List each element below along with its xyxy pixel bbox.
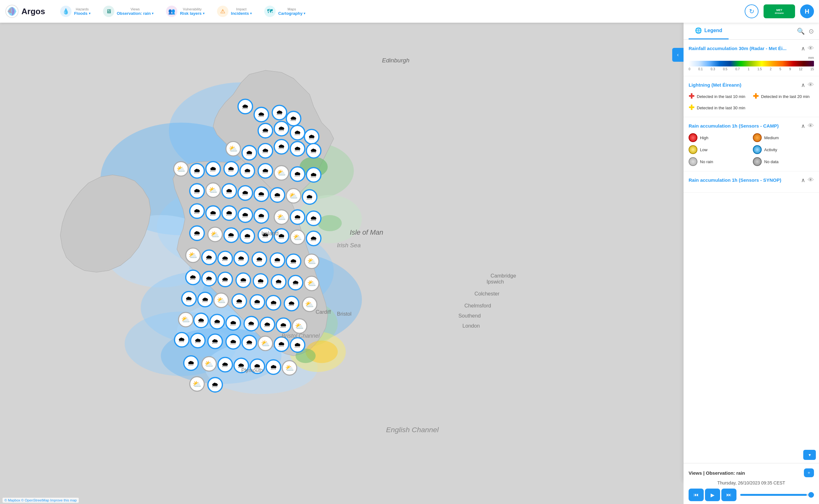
nav-vulnerability[interactable]: 👥 Vulnerability Risk layers ▾ xyxy=(161,3,209,20)
improve-map-link[interactable]: Improve this map xyxy=(50,498,77,502)
section-lightning: Lightning (Met Éireann) ∧ 👁 ✚ Detected i… xyxy=(684,76,819,117)
svg-text:🌧: 🌧 xyxy=(227,231,235,239)
svg-text:🌧: 🌧 xyxy=(244,167,251,175)
svg-text:⛅: ⛅ xyxy=(305,300,314,309)
svg-text:Edinburgh: Edinburgh xyxy=(382,57,409,64)
sensor-low-icon xyxy=(689,145,697,154)
play-button[interactable]: ▶ xyxy=(705,489,720,501)
svg-text:🌧: 🌧 xyxy=(209,165,217,173)
svg-text:🌧: 🌧 xyxy=(214,318,221,326)
logo-area: Argos xyxy=(5,4,45,18)
svg-text:🌧: 🌧 xyxy=(211,337,219,345)
lightning-hide-btn[interactable]: 👁 xyxy=(808,81,814,89)
rain-high-label: High xyxy=(700,135,708,140)
svg-text:🌧: 🌧 xyxy=(258,110,265,118)
svg-text:🌧: 🌧 xyxy=(278,340,285,348)
svg-text:🌧: 🌧 xyxy=(227,165,235,173)
sensor-activity-icon xyxy=(753,145,762,154)
nav-impact[interactable]: ⚠ Impact Incidents ▾ xyxy=(212,3,257,20)
lightning-item-10min: ✚ Detected in the last 10 min xyxy=(689,92,750,100)
section-rain-synop-header: Rain accumulation 1h (Sensors - SYNOP) ∧… xyxy=(689,176,814,184)
scale-labels: 0 0.1 0.3 0.5 0.7 1 1.5 2 5 9 12 15 xyxy=(689,67,814,71)
rain-item-norain: No rain xyxy=(689,157,750,166)
timeline-slider[interactable] xyxy=(740,494,814,496)
rain-medium-label: Medium xyxy=(764,135,779,140)
lightning-item-30min: ✚ Detected in the last 30 min xyxy=(689,104,750,112)
svg-text:⛅: ⛅ xyxy=(295,322,304,330)
svg-text:⛅: ⛅ xyxy=(289,191,298,200)
rain-nodata-label: No data xyxy=(764,159,779,164)
rain-camp-collapse-btn[interactable]: ∧ xyxy=(801,123,805,129)
lightning-30min-label: Detected in the last 30 min xyxy=(697,106,745,110)
svg-text:🌧: 🌧 xyxy=(262,146,269,155)
svg-text:Southend: Southend xyxy=(458,313,481,319)
search-icon[interactable]: 🔍 xyxy=(797,27,805,35)
rainfall-title: Rainfall accumulation 30m (Radar - Met É… xyxy=(689,46,801,51)
svg-text:🌧: 🌧 xyxy=(242,211,249,219)
sensor-medium-icon xyxy=(753,133,762,142)
rain-synop-collapse-btn[interactable]: ∧ xyxy=(801,177,805,184)
svg-text:🌧: 🌧 xyxy=(193,229,201,237)
compass-icon[interactable]: ⊙ xyxy=(809,27,814,35)
svg-text:🌧: 🌧 xyxy=(254,298,261,306)
svg-text:🌧: 🌧 xyxy=(187,359,195,367)
rain-item-activity: Activity xyxy=(753,145,814,154)
skip-forward-button[interactable]: ⏭ xyxy=(721,489,736,501)
svg-text:🌧: 🌧 xyxy=(185,295,192,303)
lightning-controls: ∧ 👁 xyxy=(801,81,814,89)
expand-timeline-button[interactable]: ▾ xyxy=(803,450,816,460)
svg-text:Irish Sea: Irish Sea xyxy=(337,242,361,249)
panel-toggle-button[interactable]: ‹ xyxy=(672,48,684,62)
header: Argos 💧 Hazards Floods ▾ 🖥 Views Observa… xyxy=(0,0,819,23)
tab-legend[interactable]: 🌐 Legend xyxy=(689,23,729,39)
svg-text:🌧: 🌧 xyxy=(294,170,301,178)
svg-text:🌧: 🌧 xyxy=(275,278,282,286)
nav-views[interactable]: 🖥 Views Observation: rain ▾ xyxy=(98,3,159,20)
impact-icon: ⚠ xyxy=(217,6,228,17)
svg-text:🌧: 🌧 xyxy=(236,297,243,305)
rain-synop-title: Rain accumulation 1h (Sensors - SYNOP) xyxy=(689,177,801,183)
header-right: ↻ MET éireann H xyxy=(745,4,814,18)
svg-text:🌧: 🌧 xyxy=(238,254,245,262)
legend-tab-label: Legend xyxy=(704,28,722,33)
svg-text:⛅: ⛅ xyxy=(293,233,302,242)
rainfall-collapse-btn[interactable]: ∧ xyxy=(801,45,805,52)
svg-text:Isle of Man: Isle of Man xyxy=(350,228,383,236)
mm-label: mm xyxy=(689,56,814,60)
skip-back-button[interactable]: ⏮ xyxy=(689,489,704,501)
openstreetmap-link[interactable]: © OpenStreetMap xyxy=(21,498,49,502)
lightning-collapse-btn[interactable]: ∧ xyxy=(801,82,805,89)
rain-norain-label: No rain xyxy=(700,159,713,164)
rain-item-medium: Medium xyxy=(753,133,814,142)
maps-icon: 🗺 xyxy=(264,6,276,17)
svg-text:🌧: 🌧 xyxy=(221,360,229,369)
svg-text:🌧: 🌧 xyxy=(258,190,265,198)
svg-text:🌧: 🌧 xyxy=(280,321,287,329)
svg-text:Bristol Channel: Bristol Channel xyxy=(282,333,320,339)
rain-synop-hide-btn[interactable]: 👁 xyxy=(808,176,814,184)
mapbox-link[interactable]: © Mapbox xyxy=(4,498,20,502)
nav-hazards[interactable]: 💧 Hazards Floods ▾ xyxy=(55,3,95,20)
views-chevron: ▾ xyxy=(152,12,153,15)
hazards-category: Hazards xyxy=(74,7,90,11)
svg-text:🌧: 🌧 xyxy=(221,254,229,262)
rain-camp-hide-btn[interactable]: 👁 xyxy=(808,122,814,129)
timeline-add-button[interactable]: ＋ xyxy=(804,468,814,477)
svg-text:🌧: 🌧 xyxy=(244,232,251,240)
nav-maps[interactable]: 🗺 Maps Cartography ▾ xyxy=(259,3,310,20)
sensor-norain-icon xyxy=(689,157,697,166)
svg-text:🌧: 🌧 xyxy=(294,341,301,349)
vulnerability-category: Vulnerability xyxy=(180,7,204,11)
rainfall-hide-btn[interactable]: 👁 xyxy=(808,45,814,52)
rain-camp-title: Rain accumulation 1h (Sensors - CAMP) xyxy=(689,123,801,129)
maps-main: Cartography ▾ xyxy=(278,11,305,16)
svg-text:🌧: 🌧 xyxy=(194,336,202,345)
svg-text:London: London xyxy=(462,323,480,329)
svg-text:🌧: 🌧 xyxy=(226,187,233,195)
refresh-button[interactable]: ↻ xyxy=(745,4,759,18)
svg-text:🌧: 🌧 xyxy=(178,335,185,344)
timeline-title: Views | Observation: rain xyxy=(689,470,745,476)
user-avatar[interactable]: H xyxy=(800,4,814,18)
section-rain-camp-header: Rain accumulation 1h (Sensors - CAMP) ∧ … xyxy=(689,122,814,129)
svg-text:Colchester: Colchester xyxy=(474,291,500,297)
